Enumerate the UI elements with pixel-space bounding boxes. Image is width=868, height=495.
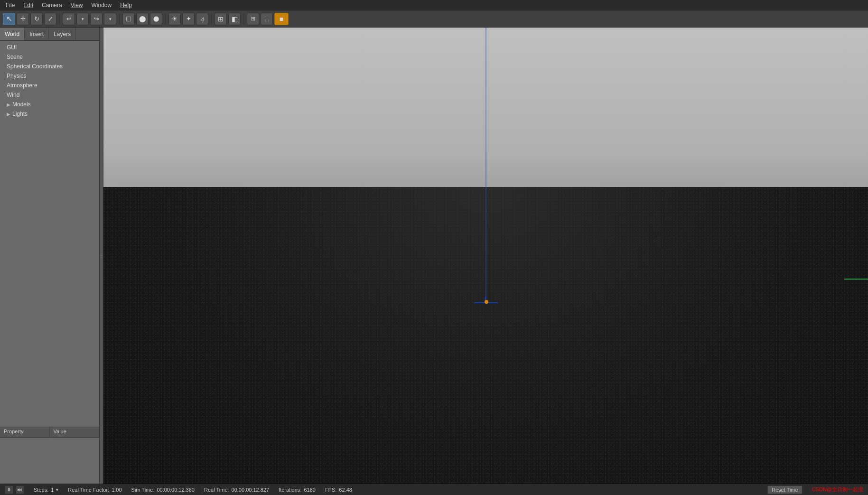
menu-camera[interactable]: Camera (38, 1, 66, 9)
redo-button[interactable]: ↪ (90, 13, 103, 25)
undo-dropdown[interactable]: ▾ (76, 13, 89, 25)
sep5 (243, 13, 244, 25)
sep3 (165, 13, 166, 25)
sphere-shape-button[interactable]: ⬤ (136, 13, 149, 25)
tab-row: World Insert Layers (0, 28, 99, 41)
fps-section: FPS: 62.48 (325, 487, 352, 493)
sim-time-value: 00:00:00:12.360 (157, 487, 195, 493)
left-panel: World Insert Layers GUI Scene Spherical … (0, 28, 100, 484)
watermark-text: CSDN@全日制一起混 (812, 486, 863, 493)
tab-insert[interactable]: Insert (25, 28, 49, 40)
property-panel: Property Value (0, 427, 99, 484)
spot-light-button[interactable]: ⊿ (196, 13, 208, 25)
tree-item-spherical-coords[interactable]: Spherical Coordinates (0, 62, 99, 71)
gui-label: GUI (7, 44, 17, 51)
physics-label: Physics (7, 73, 26, 79)
origin-button[interactable]: ⊞ (247, 13, 259, 25)
viewport[interactable] (103, 28, 868, 484)
toolbar: ↖ ✛ ↻ ⤢ ↩ ▾ ↪ ▾ □ ⬤ ⬤ ☀ ✦ ⊿ ⊞ ◧ ⊞ 🎧 ■ (0, 10, 868, 28)
tree-item-physics[interactable]: Physics (0, 71, 99, 81)
lights-expand-icon: ▶ (7, 112, 10, 117)
undo-button[interactable]: ↩ (63, 13, 75, 25)
resize-dots: ⋮ (99, 253, 104, 258)
audio-button[interactable]: 🎧 (261, 13, 273, 25)
box-shape-button[interactable]: □ (122, 13, 135, 25)
fps-label: FPS: (325, 487, 336, 493)
tree-item-scene[interactable]: Scene (0, 52, 99, 62)
record-button[interactable]: ■ (274, 13, 289, 25)
rtf-value: 1.00 (112, 487, 121, 493)
steps-dropdown[interactable]: ▾ (56, 487, 58, 492)
models-expand-icon: ▶ (7, 102, 10, 107)
models-label: Models (12, 101, 31, 108)
spherical-coords-label: Spherical Coordinates (7, 63, 63, 70)
sep4 (211, 13, 212, 25)
playback-controls: ⏸ ⏭ (5, 486, 24, 494)
tab-world[interactable]: World (0, 28, 25, 40)
scale-tool[interactable]: ⤢ (44, 13, 56, 25)
tree-item-wind[interactable]: Wind (0, 90, 99, 100)
select-tool[interactable]: ↖ (3, 13, 15, 25)
redo-dropdown[interactable]: ▾ (104, 13, 116, 25)
rtf-label: Real Time Factor: (68, 487, 109, 493)
sim-time-label: Sim Time: (131, 487, 155, 493)
main-area: World Insert Layers GUI Scene Spherical … (0, 28, 868, 484)
sun-light-button[interactable]: ☀ (168, 13, 181, 25)
menu-help[interactable]: Help (116, 1, 136, 9)
scene-label: Scene (7, 54, 23, 60)
atmosphere-label: Atmosphere (7, 82, 37, 89)
vertical-axis-line (485, 28, 486, 301)
tree-item-models[interactable]: ▶ Models (0, 100, 99, 109)
menu-view[interactable]: View (67, 1, 87, 9)
cylinder-shape-button[interactable]: ⬤ (150, 13, 162, 25)
iterations-section: Iterations: 6180 (279, 487, 316, 493)
value-col-header: Value (50, 427, 100, 437)
steps-section: Steps: 1 ▾ (34, 487, 58, 493)
menu-window[interactable]: Window (88, 1, 116, 9)
sep1 (59, 13, 60, 25)
sep2 (119, 13, 120, 25)
property-header: Property Value (0, 427, 99, 438)
save-button[interactable]: ◧ (228, 13, 241, 25)
property-col-header: Property (0, 427, 50, 437)
tree-item-atmosphere[interactable]: Atmosphere (0, 81, 99, 90)
reset-time-button[interactable]: Reset Time (767, 486, 803, 494)
real-time-label: Real Time: (204, 487, 229, 493)
tree-area: GUI Scene Spherical Coordinates Physics … (0, 41, 99, 427)
steps-label: Steps: (34, 487, 48, 493)
iterations-label: Iterations: (279, 487, 301, 493)
steps-value: 1 (51, 487, 54, 493)
lights-label: Lights (12, 111, 28, 117)
grid-button[interactable]: ⊞ (215, 13, 227, 25)
menu-file[interactable]: File (2, 1, 19, 9)
real-time-section: Real Time: 00:00:00:12.827 (204, 487, 269, 493)
menu-edit[interactable]: Edit (19, 1, 37, 9)
origin-dot (485, 300, 488, 304)
real-time-value: 00:00:00:12.827 (232, 487, 270, 493)
iterations-value: 6180 (304, 487, 315, 493)
fps-value: 62.48 (339, 487, 352, 493)
status-bar: ⏸ ⏭ Steps: 1 ▾ Real Time Factor: 1.00 Si… (0, 484, 868, 495)
sim-time-section: Sim Time: 00:00:00:12.360 (131, 487, 195, 493)
step-forward-button[interactable]: ⏭ (16, 486, 24, 494)
rotate-tool[interactable]: ↻ (30, 13, 43, 25)
tab-layers[interactable]: Layers (49, 28, 76, 40)
rtf-section: Real Time Factor: 1.00 (68, 487, 121, 493)
resize-handle[interactable]: ⋮ (100, 28, 103, 484)
green-axis-line (844, 279, 868, 280)
point-light-button[interactable]: ✦ (182, 13, 195, 25)
tree-item-lights[interactable]: ▶ Lights (0, 109, 99, 119)
menu-bar: File Edit Camera View Window Help (0, 0, 868, 10)
tree-item-gui[interactable]: GUI (0, 43, 99, 52)
translate-tool[interactable]: ✛ (17, 13, 29, 25)
wind-label: Wind (7, 92, 19, 98)
pause-button[interactable]: ⏸ (5, 486, 13, 494)
